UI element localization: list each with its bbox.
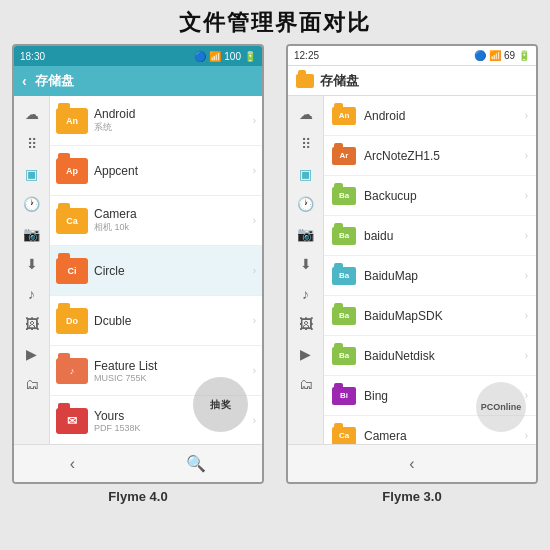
flyme4-label: Flyme 4.0 <box>108 489 167 504</box>
battery-icon: 🔋 <box>244 51 256 62</box>
sidebar-recent-icon[interactable]: 🕐 <box>18 190 46 218</box>
flyme3-photo-icon[interactable]: 📷 <box>292 220 320 248</box>
file-name-dcuble: Dcuble <box>94 314 253 328</box>
flyme3-arrow-bing: › <box>525 390 528 401</box>
flyme3-folder-icon[interactable]: 🗂 <box>292 370 320 398</box>
file-arrow-circle: › <box>253 265 256 276</box>
signal-icon: 📶 <box>209 51 221 62</box>
flyme3-file-backucup[interactable]: Ba Backucup › <box>324 176 536 216</box>
flyme3-signal-icon: 📶 <box>489 50 501 61</box>
flyme3-name-backucup: Backucup <box>364 189 417 203</box>
flyme3-nav-title: 存储盘 <box>320 72 359 90</box>
flyme4-status-right: 🔵 📶 100 🔋 <box>194 51 256 62</box>
flyme3-badge-android: An <box>332 107 356 125</box>
file-info-dcuble: Dcuble <box>94 314 253 328</box>
flyme4-nav-title: 存储盘 <box>35 72 74 90</box>
flyme3-file-baidumapsdk[interactable]: Ba BaiduMapSDK › <box>324 296 536 336</box>
page-wrapper: 文件管理界面对比 18:30 🔵 📶 100 🔋 ‹ 存储盘 <box>0 0 550 550</box>
folder-icon-dcuble: Do <box>56 308 88 334</box>
file-name-appcent: Appcent <box>94 164 253 178</box>
flyme3-name-android: Android <box>364 109 405 123</box>
flyme3-folder-nav-icon <box>296 74 314 88</box>
file-info-appcent: Appcent <box>94 164 253 178</box>
flyme3-block: 12:25 🔵 📶 69 🔋 存储盘 <box>279 44 545 504</box>
flyme3-badge-backucup: Ba <box>332 187 356 205</box>
flyme3-image-icon[interactable]: 🖼 <box>292 310 320 338</box>
file-item-appcent[interactable]: Ap Appcent › <box>50 146 262 196</box>
sidebar-storage-icon[interactable]: ▣ <box>18 160 46 188</box>
flyme3-arrow-backucup: › <box>525 190 528 201</box>
sidebar-photo-icon[interactable]: 📷 <box>18 220 46 248</box>
flyme3-download-icon[interactable]: ⬇ <box>292 250 320 278</box>
flyme3-back-button[interactable]: ‹ <box>409 455 414 473</box>
file-item-camera[interactable]: Ca Camera 相机 10k › <box>50 196 262 246</box>
sidebar-folder-icon[interactable]: 🗂 <box>18 370 46 398</box>
file-arrow-dcuble: › <box>253 315 256 326</box>
flyme3-name-arcnote: ArcNoteZH1.5 <box>364 149 440 163</box>
flyme3-status-right: 🔵 📶 69 🔋 <box>474 50 530 61</box>
flyme3-name-baidunetdisk: BaiduNetdisk <box>364 349 435 363</box>
flyme3-name-baidumapsdk: BaiduMapSDK <box>364 309 443 323</box>
flyme4-back-icon[interactable]: ‹ <box>22 73 27 89</box>
file-item-android[interactable]: An Android 系统 › <box>50 96 262 146</box>
sidebar-music-icon[interactable]: ♪ <box>18 280 46 308</box>
flyme3-file-baidu[interactable]: Ba baidu › <box>324 216 536 256</box>
flyme3-badge-arcnote: Ar <box>332 147 356 165</box>
flyme3-video-icon[interactable]: ▶ <box>292 340 320 368</box>
flyme4-nav-bar: ‹ 存储盘 <box>14 66 262 96</box>
flyme3-name-camera: Camera <box>364 429 407 443</box>
flyme3-music-icon[interactable]: ♪ <box>292 280 320 308</box>
file-arrow-featurelist: › <box>253 365 256 376</box>
phones-row: 18:30 🔵 📶 100 🔋 ‹ 存储盘 <box>5 44 545 504</box>
file-sub-android: 系统 <box>94 121 253 134</box>
flyme4-status-bar: 18:30 🔵 📶 100 🔋 <box>14 46 262 66</box>
folder-icon-appcent: Ap <box>56 158 88 184</box>
sidebar-image-icon[interactable]: 🖼 <box>18 310 46 338</box>
flyme3-badge-camera: Ca <box>332 427 356 445</box>
file-name-circle: Circle <box>94 264 253 278</box>
file-info-android: Android 系统 <box>94 107 253 134</box>
file-name-android: Android <box>94 107 253 121</box>
flyme3-storage-icon[interactable]: ▣ <box>292 160 320 188</box>
flyme3-arrow-baidu: › <box>525 230 528 241</box>
flyme3-arrow-baidumap: › <box>525 270 528 281</box>
flyme3-recent-icon[interactable]: 🕐 <box>292 190 320 218</box>
flyme4-bottom-bar: ‹ 🔍 <box>14 444 262 482</box>
flyme3-name-baidu: baidu <box>364 229 393 243</box>
sidebar-video-icon[interactable]: ▶ <box>18 340 46 368</box>
flyme3-name-bing: Bing <box>364 389 388 403</box>
flyme3-file-android[interactable]: An Android › <box>324 96 536 136</box>
sidebar-cloud-icon[interactable]: ☁ <box>18 100 46 128</box>
flyme3-label: Flyme 3.0 <box>382 489 441 504</box>
flyme3-badge-bing: Bi <box>332 387 356 405</box>
flyme3-badge-baidu: Ba <box>332 227 356 245</box>
flyme3-status-bar: 12:25 🔵 📶 69 🔋 <box>288 46 536 66</box>
file-item-circle[interactable]: Ci Circle › <box>50 246 262 296</box>
flyme3-battery-label: 69 <box>504 50 515 61</box>
sidebar-download-icon[interactable]: ⬇ <box>18 250 46 278</box>
flyme3-apps-icon[interactable]: ⠿ <box>292 130 320 158</box>
file-info-circle: Circle <box>94 264 253 278</box>
flyme3-badge-baidumap: Ba <box>332 267 356 285</box>
page-title: 文件管理界面对比 <box>179 0 371 44</box>
file-item-dcuble[interactable]: Do Dcuble › <box>50 296 262 346</box>
flyme3-file-baidumap[interactable]: Ba BaiduMap › <box>324 256 536 296</box>
file-name-camera: Camera <box>94 207 253 221</box>
flyme3-file-arcnote[interactable]: Ar ArcNoteZH1.5 › <box>324 136 536 176</box>
flyme3-file-baidunetdisk[interactable]: Ba BaiduNetdisk › <box>324 336 536 376</box>
bluetooth-icon: 🔵 <box>194 51 206 62</box>
folder-icon-camera: Ca <box>56 208 88 234</box>
flyme3-cloud-icon[interactable]: ☁ <box>292 100 320 128</box>
file-sub-camera: 相机 10k <box>94 221 253 234</box>
search-button[interactable]: 🔍 <box>186 454 206 473</box>
flyme3-battery-icon: 🔋 <box>518 50 530 61</box>
folder-icon-android: An <box>56 108 88 134</box>
flyme3-arrow-baidunetdisk: › <box>525 350 528 361</box>
flyme3-arrow-arcnote: › <box>525 150 528 161</box>
flyme3-arrow-android: › <box>525 110 528 121</box>
flyme3-bottom-bar: ‹ <box>288 444 536 482</box>
sidebar-apps-icon[interactable]: ⠿ <box>18 130 46 158</box>
flyme3-screen: 12:25 🔵 📶 69 🔋 存储盘 <box>286 44 538 484</box>
back-button[interactable]: ‹ <box>70 455 75 473</box>
flyme3-name-baidumap: BaiduMap <box>364 269 418 283</box>
